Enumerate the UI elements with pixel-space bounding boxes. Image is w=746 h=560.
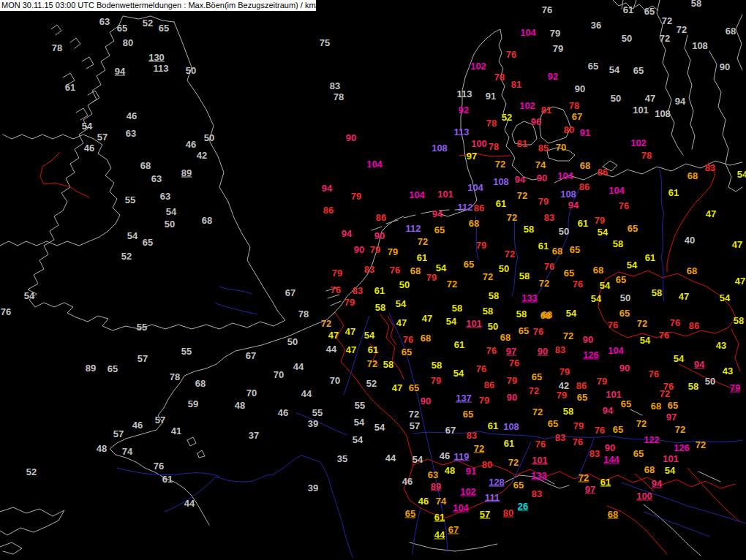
station-value: 83 xyxy=(467,431,477,440)
station-value: 65 xyxy=(405,509,415,518)
station-value: 83 xyxy=(544,213,554,222)
station-value: 55 xyxy=(125,195,135,205)
station-value: 58 xyxy=(519,271,530,281)
station-value: 76 xyxy=(670,318,680,328)
station-value: 90 xyxy=(605,443,615,453)
station-value: 94 xyxy=(694,360,704,369)
station-value: 76 xyxy=(506,50,516,59)
station-value: 61 xyxy=(368,345,378,355)
station-value: 47 xyxy=(328,330,339,340)
station-value: 50 xyxy=(186,66,196,75)
station-value: 79 xyxy=(557,390,567,400)
station-value: 63 xyxy=(126,129,136,138)
station-value: 97 xyxy=(467,151,477,161)
station-value: 86 xyxy=(323,205,334,215)
station-value: 50 xyxy=(559,227,569,236)
station-value: 65 xyxy=(588,61,598,71)
station-value: 59 xyxy=(188,399,198,409)
station-value: 61 xyxy=(488,421,498,431)
station-value: 46 xyxy=(440,451,450,461)
station-value: 43 xyxy=(716,341,726,350)
station-value: 78 xyxy=(170,372,180,382)
station-value: 65 xyxy=(633,449,644,458)
station-value: 54 xyxy=(453,368,464,378)
station-value: 44 xyxy=(326,344,336,354)
station-value: 90 xyxy=(421,396,431,406)
station-value: 108 xyxy=(560,189,576,199)
station-value: 50 xyxy=(488,322,498,331)
station-value: 72 xyxy=(636,419,647,428)
station-value: 72 xyxy=(677,25,687,34)
title-bar: MON 30.11.15 03:00 UTC Bodenwettermeldun… xyxy=(0,0,316,11)
station-value: 91 xyxy=(580,128,590,137)
station-value: 68 xyxy=(651,401,661,411)
station-value: 61 xyxy=(65,83,75,92)
station-value: 113 xyxy=(154,64,169,73)
station-value: 79 xyxy=(332,268,342,278)
station-value: 54 xyxy=(627,260,637,270)
station-value: 100 xyxy=(471,139,487,148)
station-value: 89 xyxy=(181,168,192,178)
station-value: 42 xyxy=(197,151,207,160)
station-value: 72 xyxy=(529,386,539,396)
station-value: 54 xyxy=(737,170,746,179)
station-value: 79 xyxy=(507,376,517,385)
station-value: 58 xyxy=(734,316,744,325)
station-value: 58 xyxy=(432,360,442,370)
station-value: 72 xyxy=(409,409,419,419)
station-value: 68 xyxy=(469,219,479,228)
station-value: 70 xyxy=(246,388,257,398)
station-value: 91 xyxy=(466,466,476,476)
stations-layer: 6365526578801301135094614654576346504642… xyxy=(0,0,746,560)
station-value: 104 xyxy=(520,28,536,37)
station-value: 47 xyxy=(422,314,432,323)
station-value: 46 xyxy=(84,143,94,153)
station-value: 68 xyxy=(726,26,736,36)
station-value: 94 xyxy=(115,67,125,76)
station-value: 54 xyxy=(374,423,385,432)
station-value: 76 xyxy=(573,279,583,289)
station-value: 61 xyxy=(645,253,655,262)
station-value: 81 xyxy=(517,139,527,148)
station-value: 70 xyxy=(556,143,566,152)
station-value: 78 xyxy=(298,309,309,319)
station-value: 46 xyxy=(132,420,143,430)
station-value: 97 xyxy=(506,347,516,356)
station-value: 54 xyxy=(396,299,406,309)
station-value: 68 xyxy=(195,379,206,388)
station-value: 54 xyxy=(166,207,176,216)
station-value: 57 xyxy=(97,132,108,142)
station-value: 67 xyxy=(572,112,582,121)
station-value: 133 xyxy=(531,471,547,480)
station-value: 46 xyxy=(127,111,137,121)
station-value: 58 xyxy=(383,360,393,369)
station-value: 52 xyxy=(121,251,132,261)
station-value: 47 xyxy=(345,327,355,336)
station-value: 55 xyxy=(355,401,365,410)
station-value: 130 xyxy=(148,53,165,62)
station-value: 52 xyxy=(143,18,153,28)
station-value: 50 xyxy=(287,337,298,347)
station-value: 61 xyxy=(454,340,464,349)
station-value: 78 xyxy=(334,92,344,102)
station-value: 68 xyxy=(687,171,698,181)
station-value: 68 xyxy=(410,266,421,276)
station-value: 86 xyxy=(474,203,484,213)
station-value: 108 xyxy=(493,177,509,186)
station-value: 79 xyxy=(344,298,355,307)
station-value: 65 xyxy=(619,309,630,318)
station-value: 72 xyxy=(539,279,549,288)
station-value: 50 xyxy=(611,94,621,103)
station-value: 57 xyxy=(410,421,420,431)
station-value: 67 xyxy=(445,425,456,435)
station-value: 96 xyxy=(531,117,541,126)
station-value: 79 xyxy=(595,216,605,225)
station-value: 68 xyxy=(542,310,552,319)
station-value: 50 xyxy=(165,219,175,229)
station-value: 54 xyxy=(412,455,423,464)
station-value: 48 xyxy=(235,401,245,410)
station-value: 76 xyxy=(403,335,413,344)
station-value: 122 xyxy=(644,435,660,444)
station-value: 58 xyxy=(452,303,462,313)
station-value: 100 xyxy=(636,491,652,501)
